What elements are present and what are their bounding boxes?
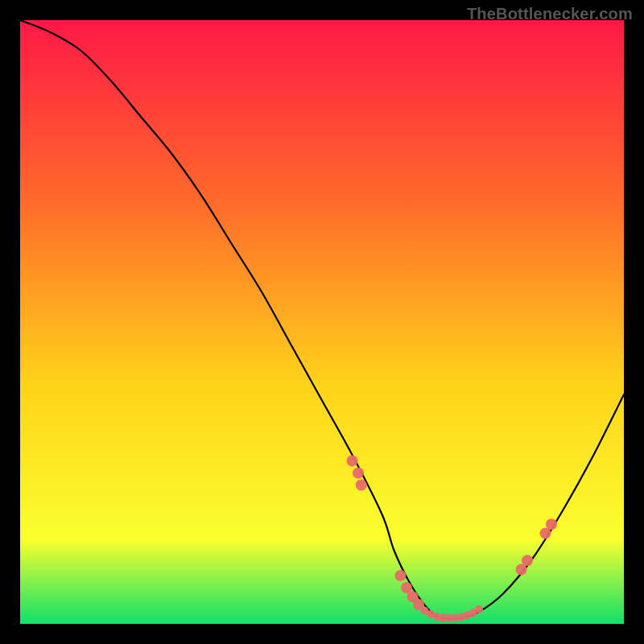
chart-container [20, 20, 624, 624]
curve-marker [347, 456, 358, 467]
curve-marker [475, 605, 483, 613]
curve-marker [356, 480, 367, 491]
bottleneck-chart [20, 20, 624, 624]
curve-marker [395, 570, 407, 581]
curve-marker [353, 468, 364, 479]
gradient-background [20, 20, 624, 624]
curve-marker [522, 555, 533, 566]
attribution-text: TheBottlenecker.com [467, 5, 633, 23]
curve-marker [546, 518, 557, 530]
